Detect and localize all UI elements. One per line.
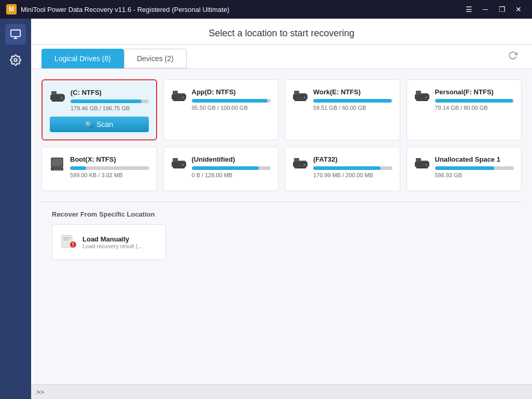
drives-grid: (C: NTFS) 179.46 GB / 196.75 GB 🔍 Scan: [41, 79, 522, 191]
drive-card-c[interactable]: (C: NTFS) 179.46 GB / 196.75 GB 🔍 Scan: [41, 79, 157, 140]
progress-fill-x: [70, 166, 86, 170]
progress-bar-unallocated: [435, 166, 514, 170]
sidebar-icon-settings[interactable]: [5, 50, 26, 70]
svg-point-3: [14, 59, 17, 62]
svg-rect-39: [415, 162, 429, 167]
drive-name-d: App(D: NTFS): [192, 88, 271, 96]
svg-rect-35: [294, 158, 299, 161]
svg-rect-5: [50, 95, 65, 100]
bottom-expand-icon: >>: [36, 388, 44, 396]
progress-fill-c: [71, 99, 142, 103]
drive-card-unallocated[interactable]: Unallocated Space 1 586.93 GB: [407, 147, 522, 191]
drive-card-f[interactable]: Personal(F: NTFS) 79.14 GB / 80.00 GB: [407, 79, 522, 140]
svg-rect-6: [51, 91, 57, 94]
minimize-button[interactable]: ─: [478, 3, 493, 16]
drive-name-x: Boot(X: NTFS): [70, 155, 149, 163]
window-controls: ☰ ─ ❐ ✕: [461, 3, 526, 16]
title-bar: M MiniTool Power Data Recovery v11.6 - R…: [0, 0, 532, 19]
svg-point-36: [304, 164, 305, 166]
drive-size-unidentified: 0 B / 128.00 MB: [192, 172, 271, 178]
svg-rect-42: [416, 167, 428, 168]
svg-point-17: [304, 97, 305, 98]
drive-card-d[interactable]: App(D: NTFS) 95.50 GB / 100.00 GB: [163, 79, 279, 140]
svg-rect-45: [63, 239, 68, 240]
svg-rect-44: [63, 237, 71, 238]
close-button[interactable]: ✕: [511, 3, 526, 16]
drive-icon-e: [292, 89, 308, 106]
content-header: Select a location to start recovering: [31, 19, 532, 45]
drive-icon-fat32: [292, 156, 308, 174]
drive-card-fat32[interactable]: (FAT32) 170.99 MB / 200.00 MB: [285, 147, 400, 191]
drive-name-unidentified: (Unidentified): [192, 155, 271, 163]
svg-rect-11: [173, 91, 178, 94]
svg-rect-10: [172, 94, 186, 99]
svg-point-22: [425, 97, 427, 98]
tab-devices[interactable]: Devices (2): [124, 49, 187, 68]
bottom-expand-bar[interactable]: >>: [31, 384, 532, 399]
refresh-button[interactable]: [504, 49, 522, 65]
progress-fill-unallocated: [435, 166, 494, 170]
svg-rect-16: [294, 91, 299, 94]
load-manually-icon: !: [60, 232, 76, 252]
drive-icon-x: [49, 156, 65, 176]
tabs-bar: Logical Drives (8) Devices (2): [31, 45, 532, 69]
recover-section-title: Recover From Specific Location: [52, 210, 511, 218]
menu-button[interactable]: ☰: [461, 3, 476, 16]
svg-rect-15: [293, 94, 307, 99]
drive-card-unidentified[interactable]: (Unidentified) 0 B / 128.00 MB: [163, 147, 279, 191]
svg-rect-8: [52, 101, 63, 102]
svg-rect-25: [52, 159, 62, 166]
svg-rect-29: [172, 162, 186, 167]
load-manually-label: Load Manually: [82, 235, 143, 243]
drive-name-fat32: (FAT32): [313, 155, 393, 163]
drive-card-e[interactable]: Work(E: NTFS) 59.51 GB / 60.00 GB: [285, 79, 400, 140]
progress-fill-d: [192, 99, 268, 103]
drive-size-x: 599.00 KB / 3.02 MB: [70, 172, 149, 178]
progress-bar-d: [192, 99, 271, 103]
svg-rect-20: [415, 94, 429, 99]
load-manually-sublabel: Load recovery result (...: [82, 243, 143, 249]
drive-name-c: (C: NTFS): [71, 89, 149, 96]
drive-size-unallocated: 586.93 GB: [435, 172, 514, 178]
svg-rect-21: [416, 91, 421, 94]
progress-bar-e: [313, 99, 393, 103]
drives-section: (C: NTFS) 179.46 GB / 196.75 GB 🔍 Scan: [31, 69, 532, 384]
sidebar-icon-monitor[interactable]: [5, 24, 26, 45]
sidebar: [0, 19, 31, 399]
title-bar-text: MiniTool Power Data Recovery v11.6 - Reg…: [21, 6, 229, 13]
progress-bar-x: [70, 166, 149, 170]
drive-name-e: Work(E: NTFS): [313, 88, 393, 96]
progress-fill-e: [313, 99, 391, 103]
drive-card-x[interactable]: Boot(X: NTFS) 599.00 KB / 3.02 MB: [41, 147, 157, 191]
svg-rect-0: [11, 30, 20, 37]
drive-size-d: 95.50 GB / 100.00 GB: [192, 105, 271, 111]
svg-rect-37: [295, 167, 306, 168]
progress-fill-fat32: [313, 166, 381, 170]
load-manually-card[interactable]: ! Load Manually Load recovery result (..…: [52, 224, 166, 260]
progress-bar-c: [71, 99, 149, 103]
drive-size-c: 179.46 GB / 196.75 GB: [71, 105, 149, 111]
svg-rect-32: [173, 167, 185, 168]
svg-point-12: [182, 97, 184, 98]
svg-point-41: [425, 164, 427, 166]
drive-icon-c: [50, 90, 65, 107]
drive-size-f: 79.14 GB / 80.00 GB: [435, 105, 514, 111]
drive-name-f: Personal(F: NTFS): [435, 88, 514, 96]
progress-bar-unidentified: [192, 166, 271, 170]
svg-rect-30: [173, 158, 178, 161]
drive-icon-unallocated: [414, 156, 430, 174]
drive-icon-f: [414, 89, 430, 106]
app-icon: M: [6, 4, 17, 15]
scan-button-c[interactable]: 🔍 Scan: [50, 117, 149, 132]
svg-rect-13: [173, 100, 185, 101]
section-divider: [41, 202, 522, 202]
svg-rect-40: [416, 158, 421, 161]
svg-rect-18: [295, 100, 306, 101]
tab-logical-drives[interactable]: Logical Drives (8): [41, 49, 124, 68]
restore-button[interactable]: ❐: [495, 3, 509, 16]
svg-text:!: !: [72, 242, 74, 248]
svg-rect-27: [53, 169, 61, 169]
drive-icon-unidentified: [171, 156, 187, 174]
svg-rect-34: [293, 162, 307, 167]
progress-fill-unidentified: [192, 166, 259, 170]
